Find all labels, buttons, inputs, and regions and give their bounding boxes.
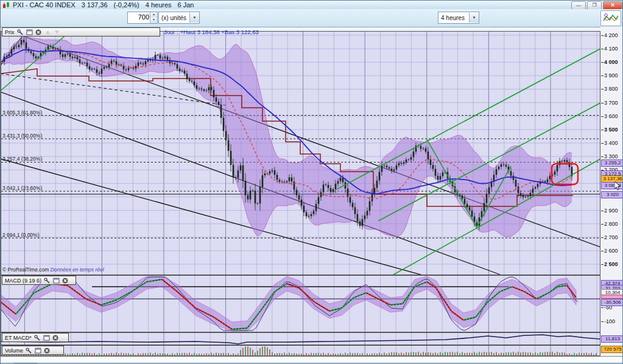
spin-up-icon[interactable]: ▲ [150, 12, 157, 18]
wrench-icon[interactable] [26, 348, 32, 354]
window-title: PXI - CAC 40 INDEX3 137,36(-0,24%)4 heur… [13, 1, 200, 9]
window-icon[interactable] [35, 348, 41, 354]
wrench-icon[interactable] [17, 29, 24, 35]
units-mode-value: (x) unités [159, 15, 189, 21]
y-axis-tick: 3 300 [604, 153, 623, 159]
units-count-input[interactable]: ▲▼ [127, 12, 158, 24]
y-axis-tick-mark [601, 89, 604, 89]
day-high-low-info: Jour : +Haut 3 184,38 +Bas 3 122,63 [164, 29, 259, 35]
et-macd-panel-title: ET MACD* [5, 335, 32, 341]
close-button[interactable]: ✕ [603, 1, 622, 10]
y-axis-tick: 2 500 [604, 261, 623, 267]
window-icon[interactable] [26, 29, 33, 35]
chevron-down-icon[interactable]: ▼ [469, 13, 479, 23]
title-change: (-0,24%) [114, 1, 139, 9]
application-window: PXI - CAC 40 INDEX3 137,36(-0,24%)4 heur… [0, 0, 623, 364]
price-panel-title: Prix [5, 29, 15, 35]
y-axis-tick-mark [601, 156, 604, 157]
units-mode-select[interactable]: (x) unités ▼ [158, 12, 200, 24]
window-icon[interactable] [53, 278, 60, 284]
candlestick-icon [2, 2, 10, 9]
y-axis-tick: 4 200 [604, 32, 623, 38]
y-axis-tick: 3 900 [604, 72, 623, 79]
et-macd-panel-header: ET MACD* [2, 333, 69, 342]
toolbar: ▲▼ (x) unités ▼ 4 heures ▼ [1, 9, 623, 27]
wrench-icon[interactable] [44, 278, 51, 284]
y-axis-tick-mark [601, 62, 604, 63]
y-axis-tick: 2 800 [604, 221, 623, 227]
volume-value-tag: 720 575 [601, 346, 623, 353]
timeframe-value: 4 heures [438, 15, 469, 21]
fib-level-label: 3 605,3 (61,80%) [2, 110, 42, 116]
y-axis-tick-mark [601, 143, 604, 144]
y-axis-tick: 4 100 [604, 46, 623, 52]
volume-chart-svg[interactable] [1, 345, 600, 356]
minimize-button[interactable]: — [571, 1, 586, 10]
fib-level-label: 3 431,3 (50,00%) [2, 133, 42, 139]
macd-chart-svg[interactable] [1, 275, 600, 332]
y-axis-tick-mark [601, 224, 604, 225]
units-count-value[interactable] [128, 12, 150, 22]
close-panel-icon[interactable] [44, 348, 51, 354]
et-macd-chart-svg[interactable] [1, 332, 600, 345]
copyright-note: © ProRealTime.com Données en temps réel [2, 267, 104, 273]
price-chart-svg[interactable] [1, 27, 600, 275]
fib-level-label: 3 042,1 (23,60%) [2, 185, 42, 191]
y-axis-tick-mark [601, 49, 604, 49]
chevron-down-icon[interactable]: ▼ [189, 13, 199, 23]
close-panel-icon[interactable] [52, 335, 59, 341]
macd-axis-tick-mark [601, 321, 604, 322]
wrench-icon[interactable] [34, 335, 41, 341]
y-axis-tick-mark [601, 211, 604, 211]
y-axis-tick-mark [601, 35, 604, 36]
mouse-cursor [614, 181, 622, 193]
title-price: 3 137,36 [82, 1, 108, 9]
volume-panel-title: Volume [5, 348, 23, 354]
y-axis-tick: 2 900 [604, 208, 623, 214]
macd-panel-title: MACD (9 19 6) [5, 278, 41, 284]
spinner-arrows[interactable]: ▲▼ [150, 12, 157, 23]
fib-level-label: 3 257,4 (38,20%) [2, 156, 42, 162]
macd-value-tag [601, 295, 623, 299]
y-axis-tick-mark [601, 75, 604, 76]
y-axis-tick: 3 600 [604, 113, 623, 119]
et-macd-value-tag: 11,813 [601, 335, 623, 343]
y-axis-tick-mark [601, 103, 604, 103]
title-date: 6 Jan [178, 1, 194, 9]
y-axis-tick: 3 500 [604, 127, 623, 133]
y-axis-tick: 2 600 [604, 248, 623, 254]
y-axis-tick: 3 700 [604, 100, 623, 106]
arrow-down-icon[interactable] [54, 29, 60, 35]
chart-type-button[interactable] [600, 10, 621, 26]
volume-panel-header: Volume [2, 346, 64, 355]
y-axis-tick: 2 700 [604, 234, 623, 240]
window-icon[interactable] [43, 335, 50, 341]
title-timeframe: 4 heures [146, 1, 172, 9]
window-titlebar: PXI - CAC 40 INDEX3 137,36(-0,24%)4 heur… [1, 1, 623, 9]
y-axis-tick-mark [601, 130, 604, 130]
macd-axis-tick: -100 [604, 318, 623, 324]
y-axis-tick-mark [601, 237, 604, 238]
macd-value-tag: -30,506 [601, 299, 623, 306]
price-tag: 3 255,2 [601, 159, 623, 167]
spin-down-icon[interactable]: ▼ [150, 18, 157, 23]
timeframe-select[interactable]: 4 heures ▼ [438, 12, 479, 24]
mini-chart-icon [603, 13, 619, 24]
y-axis-tick: 3 800 [604, 86, 623, 92]
close-panel-icon[interactable] [62, 278, 69, 284]
macd-axis-tick-mark [601, 307, 604, 308]
maximize-button[interactable]: ❐ [587, 1, 602, 10]
price-panel-header: Prix [2, 27, 160, 37]
y-axis-tick-mark [601, 116, 604, 117]
y-axis-tick: 3 400 [604, 140, 623, 146]
y-axis-tick-mark [601, 264, 604, 265]
macd-panel-header: MACD (9 19 6) [2, 276, 76, 285]
y-axis-tick-mark [601, 251, 604, 251]
title-instrument: PXI - CAC 40 INDEX [13, 1, 76, 9]
arrow-up-icon[interactable] [44, 29, 51, 35]
fib-level-label: 2 694,1 (0,00%) [2, 232, 39, 238]
close-panel-icon[interactable] [35, 29, 42, 35]
y-axis-tick: 4 000 [604, 59, 623, 65]
